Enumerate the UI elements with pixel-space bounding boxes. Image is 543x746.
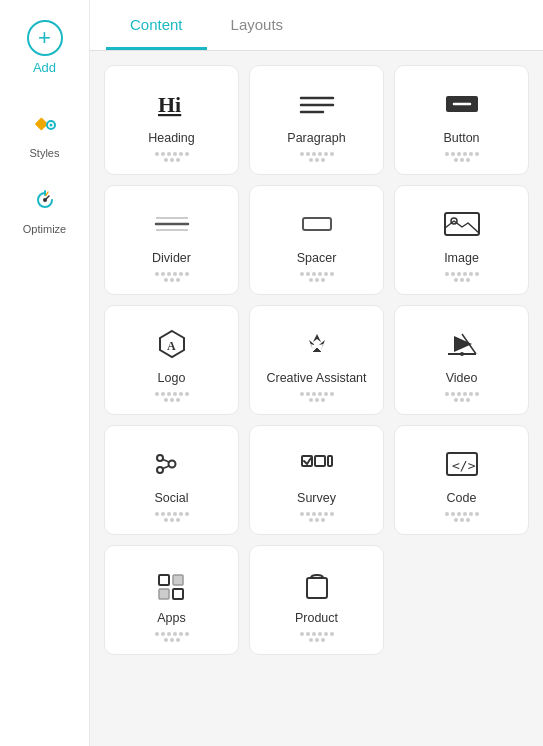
grid-item-creative-assistant[interactable]: Creative Assistant [249, 305, 384, 415]
tab-layouts[interactable]: Layouts [207, 0, 308, 50]
sidebar: + Add Styles Optimize [0, 0, 90, 746]
survey-dots [299, 512, 335, 522]
svg-rect-32 [159, 575, 169, 585]
code-dots [444, 512, 480, 522]
svg-rect-33 [173, 575, 183, 585]
grid-item-spacer[interactable]: Spacer [249, 185, 384, 295]
grid-item-social[interactable]: Social [104, 425, 239, 535]
spacer-icon [295, 204, 339, 244]
grid-item-video[interactable]: Video [394, 305, 529, 415]
svg-point-24 [157, 467, 163, 473]
sidebar-item-styles[interactable]: Styles [7, 99, 83, 167]
image-icon [440, 204, 484, 244]
divider-icon [150, 204, 194, 244]
grid-item-survey[interactable]: Survey [249, 425, 384, 535]
svg-rect-34 [159, 589, 169, 599]
logo-icon: A [150, 324, 194, 364]
paragraph-dots [299, 152, 335, 162]
grid-item-product[interactable]: Product [249, 545, 384, 655]
svg-rect-35 [173, 589, 183, 599]
survey-label: Survey [297, 490, 336, 506]
content-grid: Hi Heading Paragraph [90, 51, 543, 669]
creative-assistant-dots [299, 392, 335, 402]
sidebar-optimize-label: Optimize [23, 223, 66, 235]
creative-assistant-icon [295, 324, 339, 364]
svg-rect-0 [35, 118, 48, 131]
paragraph-label: Paragraph [287, 130, 345, 146]
apps-label: Apps [157, 610, 186, 626]
product-dots [299, 632, 335, 642]
svg-line-25 [163, 459, 169, 462]
video-dots [444, 392, 480, 402]
svg-rect-36 [307, 578, 327, 598]
svg-rect-28 [315, 456, 325, 466]
apps-icon [150, 564, 194, 604]
image-label: Image [444, 250, 479, 266]
button-dots [444, 152, 480, 162]
button-label: Button [443, 130, 479, 146]
main-panel: Content Layouts Hi Heading [90, 0, 543, 746]
product-icon [295, 564, 339, 604]
styles-icon [27, 107, 63, 143]
divider-dots [154, 272, 190, 282]
grid-item-image[interactable]: Image [394, 185, 529, 295]
svg-point-20 [460, 352, 464, 356]
svg-text:Hi: Hi [158, 92, 181, 117]
tab-content[interactable]: Content [106, 0, 207, 50]
add-button[interactable]: + Add [7, 12, 83, 83]
svg-text:</>: </> [452, 458, 476, 473]
product-label: Product [295, 610, 338, 626]
optimize-icon [27, 183, 63, 219]
divider-label: Divider [152, 250, 191, 266]
apps-dots [154, 632, 190, 642]
svg-rect-29 [328, 456, 332, 466]
logo-dots [154, 392, 190, 402]
code-label: Code [447, 490, 477, 506]
heading-icon: Hi [150, 84, 194, 124]
heading-label: Heading [148, 130, 195, 146]
creative-assistant-label: Creative Assistant [266, 370, 366, 386]
logo-label: Logo [158, 370, 186, 386]
add-circle-icon: + [27, 20, 63, 56]
grid-item-code[interactable]: </> Code [394, 425, 529, 535]
video-icon [440, 324, 484, 364]
code-icon: </> [440, 444, 484, 484]
spacer-dots [299, 272, 335, 282]
social-icon [150, 444, 194, 484]
video-label: Video [446, 370, 478, 386]
svg-point-2 [49, 124, 52, 127]
add-label: Add [33, 60, 56, 75]
sidebar-item-optimize[interactable]: Optimize [7, 175, 83, 243]
sidebar-styles-label: Styles [30, 147, 60, 159]
social-dots [154, 512, 190, 522]
grid-item-paragraph[interactable]: Paragraph [249, 65, 384, 175]
tabs-bar: Content Layouts [90, 0, 543, 51]
spacer-label: Spacer [297, 250, 337, 266]
svg-line-26 [163, 466, 169, 469]
paragraph-icon [295, 84, 339, 124]
survey-icon [295, 444, 339, 484]
social-label: Social [154, 490, 188, 506]
button-icon [440, 84, 484, 124]
svg-rect-13 [303, 218, 331, 230]
grid-item-divider[interactable]: Divider [104, 185, 239, 295]
grid-item-logo[interactable]: A Logo [104, 305, 239, 415]
svg-point-23 [157, 455, 163, 461]
grid-item-heading[interactable]: Hi Heading [104, 65, 239, 175]
svg-text:A: A [167, 339, 176, 353]
heading-dots [154, 152, 190, 162]
grid-item-button[interactable]: Button [394, 65, 529, 175]
grid-item-apps[interactable]: Apps [104, 545, 239, 655]
svg-point-22 [168, 460, 175, 467]
image-dots [444, 272, 480, 282]
